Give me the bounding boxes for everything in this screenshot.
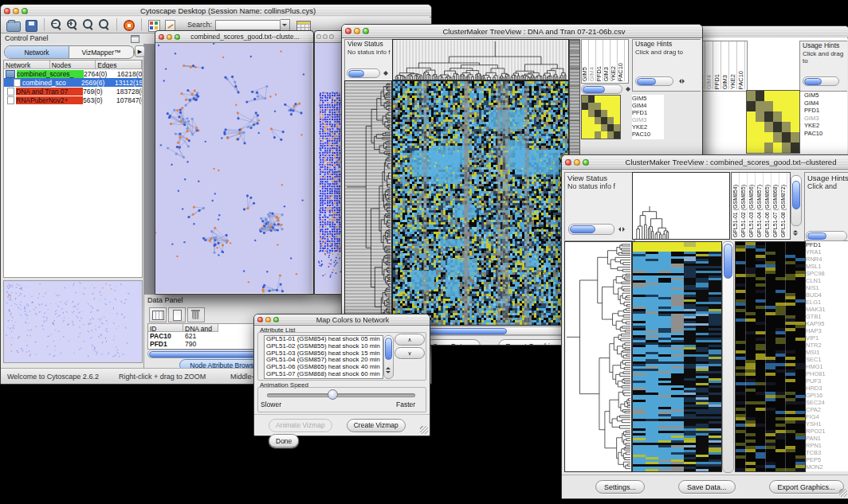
column-header[interactable]: ID — [148, 324, 183, 332]
gene-label[interactable]: PAC10 — [632, 131, 664, 138]
column-header[interactable]: DNA and Tran 07-21-06 — [183, 324, 218, 332]
network-row[interactable]: RNAPuberNov2+ 563(0) 107847(0) — [4, 96, 142, 104]
column-header[interactable]: Nodes — [50, 61, 96, 69]
gene-label[interactable]: PAC10 — [804, 130, 846, 138]
zoom-out-icon[interactable] — [51, 19, 62, 30]
heatmap-vscrollbar[interactable] — [722, 241, 734, 473]
network-canvas[interactable] — [155, 43, 312, 293]
gene-label[interactable]: YSH1 — [806, 420, 848, 428]
gene-label[interactable]: MAK31 — [806, 306, 848, 313]
gene-label[interactable]: YRA1 — [806, 248, 848, 256]
detail-hscrollbar[interactable] — [581, 84, 622, 94]
network-row[interactable]: DNA and Tran 07 769(0) 183728(0) — [4, 87, 142, 96]
gene-label[interactable]: NTR2 — [806, 342, 848, 349]
gene-list-scrollbar[interactable] — [806, 231, 847, 241]
zoom-window-icon[interactable] — [329, 34, 334, 39]
array-label[interactable]: YKE2 — [729, 41, 737, 89]
gene-label[interactable]: GIM4 — [632, 102, 664, 109]
gene-label[interactable]: GIM5 — [804, 92, 846, 100]
network-overview-panel[interactable] — [3, 280, 143, 363]
attribute-list-vscrollbar[interactable] — [383, 335, 394, 379]
detail-heatmap[interactable] — [581, 95, 621, 139]
gene-label[interactable]: RNR4 — [806, 256, 848, 263]
zoom-window-icon[interactable] — [22, 8, 28, 14]
dialog-button[interactable]: Done — [269, 434, 299, 447]
minimize-icon[interactable] — [167, 34, 172, 40]
table-view-icon[interactable] — [149, 307, 167, 322]
treeview-button[interactable]: Save Data... — [425, 339, 481, 345]
gene-label[interactable]: SEC1 — [806, 356, 848, 363]
detail-heatmap[interactable] — [746, 90, 800, 154]
speed-slider-track[interactable] — [267, 393, 415, 397]
array-dendrogram[interactable] — [392, 39, 569, 80]
gene-label[interactable]: CLN1 — [806, 277, 848, 284]
network-overview-canvas[interactable] — [4, 281, 142, 362]
gene-label[interactable]: RPN1 — [806, 442, 848, 449]
gene-label[interactable]: MSL1 — [806, 263, 848, 270]
gene-label[interactable]: PFD1 — [806, 241, 848, 248]
minimize-icon[interactable] — [323, 34, 328, 39]
minimize-icon[interactable] — [13, 8, 19, 14]
gene-label[interactable]: CPA2 — [806, 406, 848, 413]
usage-hints-scrollbar[interactable] — [635, 76, 673, 86]
close-icon[interactable] — [316, 34, 321, 39]
array-label[interactable]: GPL51-02 (GSM855) — [740, 173, 748, 237]
gene-label[interactable]: GTB1 — [806, 313, 848, 320]
gene-label[interactable]: ELG1 — [806, 299, 848, 306]
dialog-titlebar[interactable]: Map Colors to Network — [254, 315, 430, 326]
float-panel-icon[interactable] — [131, 35, 139, 43]
treeview-dna-titlebar[interactable]: ClusterMaker TreeView : DNA and Tran 07-… — [342, 25, 702, 38]
gene-label[interactable]: YKE2 — [804, 122, 846, 130]
zoom-in-icon[interactable] — [67, 19, 78, 30]
gene-label[interactable]: RPO21 — [806, 428, 848, 435]
help-lifering-icon[interactable] — [124, 20, 135, 31]
gene-label[interactable]: PUF3 — [806, 377, 848, 385]
minimize-icon[interactable] — [574, 159, 580, 166]
array-label[interactable]: GPL51-04 (GSM857) — [756, 173, 764, 237]
zoom-selected-icon[interactable] — [83, 19, 94, 30]
main-titlebar[interactable]: Cytoscape Desktop (Session Name: collins… — [1, 5, 431, 18]
array-label[interactable]: GPL51-03 (GSM856) — [748, 173, 756, 237]
array-label[interactable]: GPL51-01 (GSM854) — [732, 173, 740, 237]
network-view-titlebar[interactable]: combined_scores_good.txt--cluste... — [155, 31, 313, 43]
treeview-combined-titlebar[interactable]: ClusterMaker TreeView : combined_scores_… — [562, 155, 848, 170]
delete-attribute-trash-icon[interactable] — [187, 307, 205, 322]
close-icon[interactable] — [4, 8, 10, 14]
gene-label[interactable]: FIG4 — [806, 413, 848, 420]
gene-label[interactable]: GIM4 — [804, 100, 846, 107]
treeview-button[interactable]: Export Graphics... — [769, 480, 844, 494]
save-session-icon[interactable] — [26, 20, 37, 32]
minimize-icon[interactable] — [265, 317, 271, 322]
gene-label[interactable]: HAP3 — [806, 327, 848, 334]
gene-label[interactable]: VIP1 — [806, 334, 848, 342]
gene-label[interactable]: MSI1 — [806, 349, 848, 356]
column-header[interactable]: Network — [4, 61, 50, 69]
gene-label[interactable]: SPC98 — [806, 270, 848, 277]
dialog-button[interactable]: Animate Vizmap — [269, 419, 332, 432]
close-icon[interactable] — [565, 159, 571, 166]
gene-label[interactable]: SEC24 — [806, 399, 848, 406]
gene-label[interactable]: PFD1 — [804, 107, 846, 115]
treeview-button[interactable]: Save Data... — [678, 480, 736, 494]
gene-label[interactable]: HRD3 — [806, 385, 848, 392]
array-label[interactable]: GPL51-07 (GSM868) — [771, 173, 779, 237]
usage-hints-scrollbar[interactable] — [803, 76, 839, 86]
gene-label[interactable]: PHO81 — [806, 370, 848, 377]
gene-label[interactable]: GIM5 — [632, 95, 664, 102]
array-label[interactable]: GPL51-08 (GSM872) — [779, 173, 787, 237]
array-label[interactable]: PFD1 — [713, 41, 721, 89]
move-up-button[interactable]: ∧ — [395, 334, 425, 346]
zoom-window-icon[interactable] — [273, 317, 279, 322]
array-labels-vscrollbar[interactable] — [791, 175, 802, 226]
close-icon[interactable] — [345, 28, 351, 34]
gene-dendrogram[interactable] — [344, 80, 392, 326]
global-heatmap[interactable] — [392, 80, 569, 326]
gene-label[interactable]: MON2 — [806, 463, 848, 471]
zoom-fit-icon[interactable] — [99, 19, 110, 30]
close-icon[interactable] — [257, 317, 263, 322]
gene-label[interactable]: GIM3 — [632, 116, 664, 123]
gene-label[interactable]: GIM3 — [804, 115, 846, 123]
zoom-window-icon[interactable] — [363, 28, 369, 34]
gene-label[interactable]: PFD1 — [632, 109, 664, 116]
minimize-icon[interactable] — [354, 28, 360, 34]
